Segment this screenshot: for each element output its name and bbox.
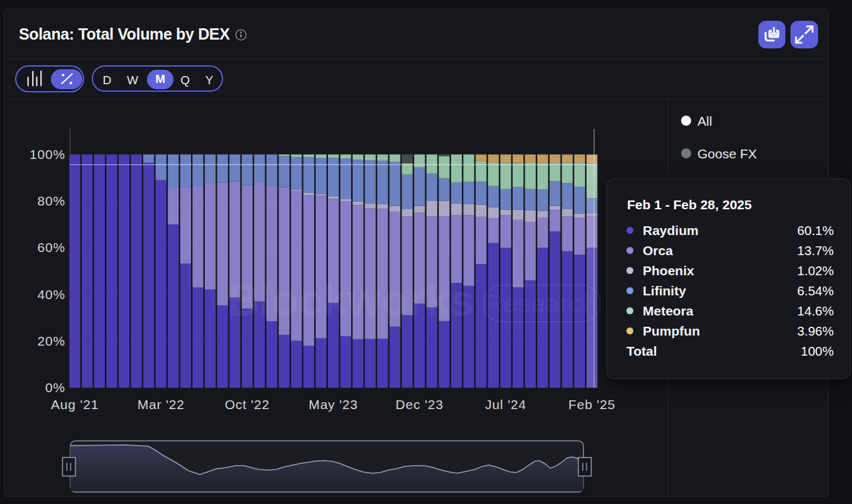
svg-text:20%: 20% — [38, 334, 65, 348]
svg-text:40%: 40% — [38, 287, 65, 302]
svg-text:100%: 100% — [30, 147, 65, 162]
svg-text:Mar '22: Mar '22 — [138, 397, 185, 412]
svg-text:Jul '24: Jul '24 — [485, 397, 527, 412]
svg-text:Aug '21: Aug '21 — [51, 397, 99, 412]
svg-text:Oct '22: Oct '22 — [225, 397, 270, 412]
svg-text:Dec '23: Dec '23 — [396, 397, 444, 412]
svg-text:Feb '25: Feb '25 — [569, 397, 616, 412]
svg-text:60%: 60% — [38, 240, 65, 255]
svg-text:Blockworks: Blockworks — [227, 276, 474, 325]
svg-text:80%: 80% — [38, 194, 65, 208]
svg-text:0%: 0% — [45, 380, 65, 395]
svg-text:May '23: May '23 — [309, 397, 358, 412]
svg-text:Research: Research — [485, 290, 598, 317]
